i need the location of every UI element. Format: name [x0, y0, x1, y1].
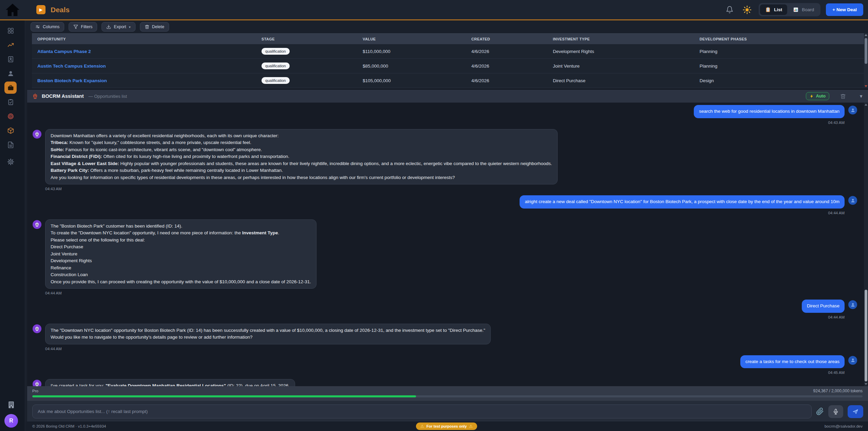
- deals-app-icon: ▶: [36, 5, 46, 14]
- message-timestamp: 04:43 AM: [45, 187, 857, 191]
- scroll-up-arrow-icon[interactable]: [865, 104, 867, 106]
- app-root: ▶ Deals List Board + New Deal R: [0, 0, 868, 431]
- chevron-down-icon: ▾: [129, 25, 131, 29]
- contacts-icon: [7, 56, 14, 63]
- board-tab-label: Board: [802, 7, 814, 12]
- created-cell: 4/6/2026: [466, 78, 547, 83]
- user-avatar: [848, 106, 857, 114]
- assistant-message: I've created a task for you: "Evaluate D…: [33, 379, 857, 386]
- delete-button[interactable]: Delete: [140, 22, 169, 32]
- export-button[interactable]: Export ▾: [102, 22, 135, 32]
- opportunity-link[interactable]: Atlanta Campus Phase 2: [37, 49, 91, 54]
- assistant-message: Downtown Manhattan offers a variety of e…: [33, 129, 857, 185]
- assistant-avatar: [33, 324, 41, 333]
- chat-area: search the web for good residential loca…: [27, 103, 868, 386]
- table-row[interactable]: Boston Biotech Park Expansionqualificati…: [32, 73, 864, 88]
- chat-scrollbar-thumb[interactable]: [865, 290, 867, 381]
- user-bubble: Direct Purchase: [802, 300, 845, 313]
- page-title: Deals: [51, 6, 70, 14]
- tasks-icon: [7, 98, 14, 106]
- column-header: DEVELOPMENT PHASES: [694, 37, 864, 41]
- assistant-bubble: Downtown Manhattan offers a variety of e…: [45, 129, 558, 185]
- collapse-panel-caret-icon[interactable]: ▼: [859, 94, 863, 99]
- column-header: STAGE: [256, 37, 357, 41]
- table-row[interactable]: Austin Tech Campus Extensionqualificatio…: [32, 59, 864, 73]
- warning-icon: ⚠: [420, 424, 424, 429]
- assistant-bubble: I've created a task for you: "Evaluate D…: [45, 379, 295, 386]
- tab-board-view[interactable]: Board: [788, 4, 819, 15]
- column-header: CREATED: [466, 37, 547, 41]
- chat-scrollbar[interactable]: [864, 103, 868, 386]
- table-header-row: OPPORTUNITYSTAGEVALUECREATEDINVESTMENT T…: [32, 33, 864, 44]
- lightning-bolt-icon: [810, 94, 814, 98]
- notifications-bell-icon[interactable]: [723, 4, 736, 16]
- table-row[interactable]: Atlanta Campus Phase 2qualification$110,…: [32, 44, 864, 59]
- tab-list-view[interactable]: List: [760, 4, 787, 15]
- table-scrollbar-thumb[interactable]: [865, 38, 867, 64]
- chat-input[interactable]: [32, 405, 812, 418]
- development-phases-cell: Planning: [694, 64, 864, 69]
- new-deal-button[interactable]: + New Deal: [826, 3, 863, 16]
- opportunities-icon: [7, 84, 14, 91]
- test-purposes-badge: ⚠ For test purposes only ⚠: [416, 423, 477, 430]
- trash-icon: [145, 24, 149, 29]
- value-cell: $110,000,000: [357, 49, 466, 54]
- theme-sun-icon[interactable]: [741, 4, 753, 16]
- scroll-down-arrow-icon[interactable]: [865, 85, 867, 87]
- user-bubble: search the web for good residential loca…: [694, 105, 845, 118]
- columns-button[interactable]: Columns: [31, 22, 64, 32]
- message-timestamp: 04:44 AM: [33, 211, 845, 215]
- funnel-icon: [73, 24, 78, 29]
- sidebar-item-contacts[interactable]: [4, 53, 17, 65]
- opportunity-link[interactable]: Boston Biotech Park Expansion: [37, 78, 107, 83]
- view-toggle: List Board: [759, 3, 820, 16]
- attach-paperclip-icon[interactable]: [816, 408, 824, 415]
- targets-icon: [7, 113, 14, 120]
- robot-icon: [32, 93, 38, 100]
- sidebar-item-analytics[interactable]: [4, 39, 17, 51]
- sidebar-item-customers[interactable]: [4, 67, 17, 79]
- value-cell: $85,000,000: [357, 64, 466, 69]
- user-bubble: create a tasks for me to check out those…: [740, 355, 845, 369]
- sidebar-item-products[interactable]: [4, 124, 17, 137]
- sidebar-item-tasks[interactable]: [4, 96, 17, 108]
- warning-icon: ⚠: [469, 424, 473, 429]
- list-tab-label: List: [774, 7, 782, 12]
- assistant-bubble: The "Downtown NYC location" opportunity …: [45, 324, 491, 344]
- sidebar-item-documents[interactable]: [4, 139, 17, 151]
- scroll-down-arrow-icon[interactable]: [865, 383, 867, 385]
- customers-icon: [7, 70, 14, 77]
- user-avatar: [848, 300, 857, 309]
- assistant-context-label: — Opportunities list: [89, 94, 127, 99]
- clipboard-list-icon: [765, 7, 771, 13]
- send-button[interactable]: [848, 405, 863, 418]
- assistant-avatar: [33, 130, 41, 139]
- contact-email: bocrm@rsalvador.dev: [825, 424, 863, 428]
- created-cell: 4/6/2026: [466, 49, 547, 54]
- clear-chat-trash-icon[interactable]: [840, 93, 846, 99]
- scroll-up-arrow-icon[interactable]: [865, 34, 867, 36]
- organization-building-icon[interactable]: [7, 400, 16, 409]
- table-toolbar: Columns Filters Export ▾ Delete: [31, 22, 868, 32]
- sidebar-item-dashboard[interactable]: [4, 24, 17, 37]
- sidebar-item-opportunities[interactable]: [4, 82, 17, 94]
- user-message: Direct Purchase: [33, 300, 857, 313]
- home-icon[interactable]: [0, 2, 25, 18]
- token-progress-fill: [32, 395, 416, 397]
- user-avatar: [848, 196, 857, 205]
- auto-mode-toggle[interactable]: Auto: [806, 92, 829, 100]
- settings-icon: [7, 158, 14, 165]
- filters-button[interactable]: Filters: [69, 22, 97, 32]
- message-timestamp: 04:44 AM: [45, 347, 857, 351]
- stage-badge: qualification: [261, 77, 290, 84]
- opportunity-link[interactable]: Austin Tech Campus Extension: [37, 64, 106, 69]
- user-avatar-button[interactable]: R: [4, 414, 18, 428]
- bar-chart-icon: [793, 7, 799, 13]
- sidebar-item-targets[interactable]: [4, 110, 17, 122]
- message-timestamp: 04:45 AM: [33, 371, 845, 375]
- microphone-button[interactable]: [828, 405, 843, 418]
- sidebar-item-settings[interactable]: [4, 156, 17, 168]
- table-scrollbar[interactable]: [864, 33, 868, 88]
- assistant-message: The "Boston Biotech Park" customer has b…: [33, 219, 857, 289]
- development-phases-cell: Planning: [694, 49, 864, 54]
